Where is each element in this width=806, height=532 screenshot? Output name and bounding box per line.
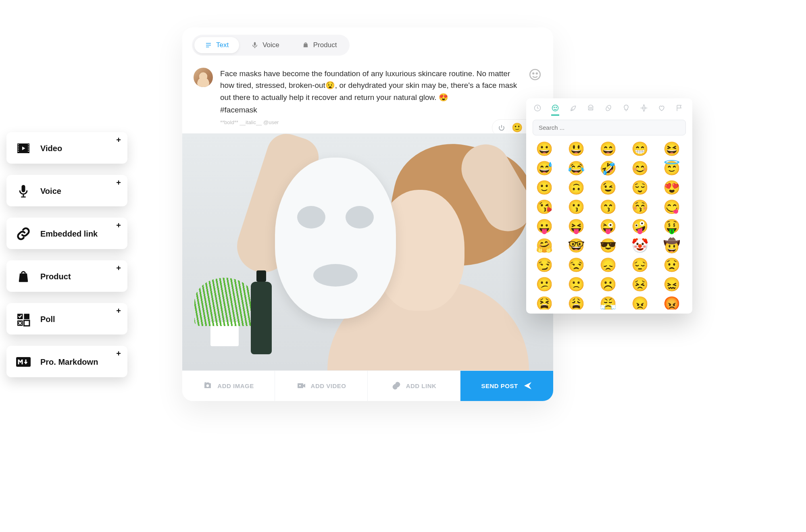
plus-icon: + [116,306,121,316]
emoji-item[interactable]: 🤣 [598,161,618,175]
emoji-item[interactable]: 😃 [566,142,586,156]
emoji-icon[interactable]: 🙂 [511,122,523,134]
tab-text-label: Text [216,41,229,49]
emoji-item[interactable]: 😞 [598,258,618,272]
plus-icon: + [116,349,121,358]
category-objects-icon[interactable] [622,104,630,116]
emoji-item[interactable]: 😛 [534,219,554,233]
svg-rect-10 [28,151,29,152]
emoji-item[interactable]: 😄 [598,142,618,156]
feature-embedded-link[interactable]: Embedded link + [6,218,127,249]
emoji-item[interactable]: 😊 [630,161,650,175]
category-smileys-icon[interactable] [551,104,559,116]
emoji-item[interactable]: 😋 [662,200,682,214]
emoji-item[interactable]: 😤 [598,297,618,310]
link-icon [15,226,31,242]
emoji-item[interactable]: 😌 [630,181,650,194]
tab-voice[interactable]: Voice [241,37,290,53]
add-link-button[interactable]: ADD LINK [368,371,460,401]
emoji-item[interactable]: 🙂 [534,181,554,194]
smile-icon[interactable] [528,68,542,81]
feature-product[interactable]: Product + [6,260,127,292]
send-post-button[interactable]: SEND POST [460,371,553,401]
feature-link-label: Embedded link [40,229,98,239]
emoji-categories [533,104,686,120]
emoji-grid: 😀😃😄😁😆😅😂🤣😊😇🙂🙃😉😌😍😘😗😙😚😋😛😝😜🤪🤑🤗🤓😎🤡🤠😏😒😞😔😟😕🙁☹️😣… [533,140,686,310]
svg-rect-12 [21,197,26,197]
hashtag: #facemask [220,104,521,116]
emoji-item[interactable]: 😩 [566,297,586,310]
emoji-item[interactable]: 😁 [630,142,650,156]
emoji-item[interactable]: 🙃 [566,181,586,194]
plus-icon: + [116,135,121,145]
emoji-item[interactable]: 😇 [662,161,682,175]
emoji-item[interactable]: 😘 [534,200,554,214]
emoji-item[interactable]: 😝 [566,219,586,233]
markdown-icon [15,354,31,370]
emoji-item[interactable]: 😜 [598,219,618,233]
emoji-item[interactable]: 😕 [534,277,554,291]
emoji-item[interactable]: 😠 [630,297,650,310]
avatar[interactable] [194,68,213,87]
emoji-item[interactable]: 😏 [534,258,554,272]
category-flags-icon[interactable] [675,104,683,116]
emoji-item[interactable]: 😖 [662,277,682,291]
emoji-item[interactable]: 😉 [598,181,618,194]
feature-video[interactable]: Video + [6,132,127,164]
emoji-item[interactable]: 😙 [598,200,618,214]
svg-rect-9 [28,149,29,150]
feature-sidebar: Video + Voice + Embedded link + Product … [6,132,127,377]
svg-rect-16 [24,320,30,326]
emoji-item[interactable]: 🤑 [662,219,682,233]
emoji-item[interactable]: 😫 [534,297,554,310]
emoji-item[interactable]: 🤪 [630,219,650,233]
emoji-item[interactable]: 😍 [662,181,682,194]
emoji-item[interactable]: 😗 [566,200,586,214]
feature-product-label: Product [40,272,71,281]
shopping-bag-icon [15,268,31,285]
feature-voice[interactable]: Voice + [6,175,127,206]
emoji-item[interactable]: 🤓 [566,239,586,252]
category-symbols-icon[interactable] [658,104,666,116]
emoji-item[interactable]: 🙁 [566,277,586,291]
emoji-item[interactable]: 🤠 [662,239,682,252]
category-nature-icon[interactable] [569,104,577,116]
emoji-item[interactable]: 😡 [662,297,682,310]
svg-rect-11 [23,195,24,197]
microphone-icon [15,183,31,199]
emoji-item[interactable]: 😟 [662,258,682,272]
feature-poll[interactable]: Poll + [6,303,127,335]
emoji-item[interactable]: 😀 [534,142,554,156]
emoji-picker: 😀😃😄😁😆😅😂🤣😊😇🙂🙃😉😌😍😘😗😙😚😋😛😝😜🤪🤑🤗🤓😎🤡🤠😏😒😞😔😟😕🙁☹️😣… [526,98,692,314]
plus-icon: + [116,264,121,273]
add-image-button[interactable]: ADD IMAGE [182,371,275,401]
emoji-search-input[interactable] [533,120,686,135]
feature-poll-label: Poll [40,315,55,324]
emoji-item[interactable]: 😔 [630,258,650,272]
tab-text[interactable]: Text [194,37,239,53]
emoji-item[interactable]: ☹️ [598,277,618,291]
emoji-item[interactable]: 😂 [566,161,586,175]
category-food-icon[interactable] [587,104,595,116]
feature-markdown[interactable]: Pro. Markdown + [6,346,127,377]
action-bar: ADD IMAGE ADD VIDEO ADD LINK SEND POST [182,370,553,401]
svg-point-24 [536,73,537,74]
category-recent-icon[interactable] [533,104,541,116]
category-travel-icon[interactable] [640,104,648,116]
add-video-button[interactable]: ADD VIDEO [275,371,368,401]
emoji-item[interactable]: 😆 [662,142,682,156]
emoji-item[interactable]: 😣 [630,277,650,291]
post-text-input[interactable]: Face masks have become the foundation of… [220,68,521,116]
power-icon[interactable] [496,122,508,134]
emoji-item[interactable]: 😒 [566,258,586,272]
emoji-item[interactable]: 😎 [598,239,618,252]
category-activity-icon[interactable] [604,104,612,116]
emoji-item[interactable]: 🤡 [630,239,650,252]
emoji-item[interactable]: 🤗 [534,239,554,252]
plus-icon: + [116,221,121,230]
svg-point-25 [206,384,209,387]
tab-product[interactable]: Product [292,37,348,53]
post-composer: Text Voice Product Face masks have becom… [182,27,553,401]
emoji-item[interactable]: 😚 [630,200,650,214]
emoji-item[interactable]: 😅 [534,161,554,175]
